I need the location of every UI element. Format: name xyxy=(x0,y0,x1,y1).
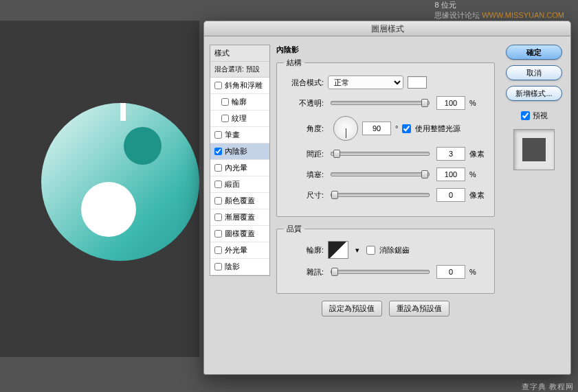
style-label-10: 外光暈 xyxy=(225,245,247,255)
forum-url[interactable]: WWW.MISSYUAN.COM xyxy=(482,11,564,19)
style-checkbox-4[interactable] xyxy=(214,148,222,155)
reset-default-button[interactable]: 重設為預設值 xyxy=(389,301,449,316)
antialias-checkbox[interactable] xyxy=(366,246,375,255)
style-item-3[interactable]: 筆畫 xyxy=(210,127,269,143)
style-label-7: 顏色覆蓋 xyxy=(225,196,255,206)
global-light-checkbox[interactable] xyxy=(402,124,411,133)
noise-value[interactable]: 0 xyxy=(436,265,465,279)
blend-mode-select[interactable]: 正常 xyxy=(328,76,403,89)
style-item-9[interactable]: 圖樣覆蓋 xyxy=(210,226,269,242)
opacity-slider[interactable] xyxy=(331,101,430,105)
layer-style-dialog: 圖層樣式 樣式 混合選項: 預設 斜角和浮雕輪廓紋理筆畫內陰影內光暈緞面顏色覆蓋… xyxy=(203,21,571,375)
style-checkbox-10[interactable] xyxy=(214,246,222,254)
style-label-6: 緞面 xyxy=(225,179,240,189)
style-checkbox-5[interactable] xyxy=(214,164,222,172)
style-checkbox-0[interactable] xyxy=(214,82,222,89)
color-swatch[interactable] xyxy=(408,76,427,89)
opacity-value[interactable]: 100 xyxy=(436,96,465,110)
new-style-button[interactable]: 新增樣式... xyxy=(506,86,562,101)
make-default-button[interactable]: 設定為預設值 xyxy=(322,301,382,316)
style-label-5: 內光暈 xyxy=(225,163,247,173)
effect-settings-panel: 內陰影 結構 混合模式: 正常 不透明: 100 % 角度: 90 xyxy=(276,45,495,316)
structure-legend: 結構 xyxy=(284,58,304,68)
styles-header[interactable]: 樣式 xyxy=(210,45,269,62)
style-checkbox-8[interactable] xyxy=(214,214,222,221)
size-value[interactable]: 0 xyxy=(436,188,465,202)
distance-unit: 像素 xyxy=(469,149,487,159)
style-checkbox-1[interactable] xyxy=(221,98,229,106)
style-checkbox-3[interactable] xyxy=(214,131,222,139)
style-checkbox-2[interactable] xyxy=(221,115,229,122)
style-item-4[interactable]: 內陰影 xyxy=(210,143,269,160)
effect-title: 內陰影 xyxy=(276,45,495,55)
style-label-9: 圖樣覆蓋 xyxy=(225,229,255,239)
distance-label: 間距: xyxy=(284,149,324,159)
watermark-main: 查字典 教程网 xyxy=(522,382,574,392)
style-label-11: 陰影 xyxy=(225,262,240,272)
size-label: 尺寸: xyxy=(284,190,324,200)
style-checkbox-11[interactable] xyxy=(214,263,222,270)
forum-name: 思缘设计论坛 xyxy=(434,11,480,19)
preview-swatch xyxy=(522,138,546,161)
global-light-label: 使用整體光源 xyxy=(415,124,460,134)
quality-legend: 品質 xyxy=(284,224,304,234)
style-label-2: 紋理 xyxy=(232,113,247,124)
noise-slider[interactable] xyxy=(331,270,430,274)
structure-group: 結構 混合模式: 正常 不透明: 100 % 角度: 90 ° xyxy=(276,58,495,217)
size-slider[interactable] xyxy=(331,193,430,197)
style-item-1[interactable]: 輪廓 xyxy=(210,94,269,111)
style-checkbox-9[interactable] xyxy=(214,230,222,238)
angle-unit: ° xyxy=(395,124,398,132)
style-label-3: 筆畫 xyxy=(225,130,240,140)
distance-value[interactable]: 3 xyxy=(436,147,465,161)
preview-label: 預視 xyxy=(533,111,548,121)
contour-label: 輪廓: xyxy=(284,245,324,255)
style-item-11[interactable]: 陰影 xyxy=(210,259,269,275)
cancel-button[interactable]: 取消 xyxy=(506,65,562,80)
style-label-0: 斜角和浮雕 xyxy=(225,80,263,91)
opacity-label: 不透明: xyxy=(284,98,324,108)
artwork-preview xyxy=(41,103,199,261)
style-item-5[interactable]: 內光暈 xyxy=(210,160,269,176)
style-item-2[interactable]: 紋理 xyxy=(210,111,269,127)
blend-mode-label: 混合模式: xyxy=(284,78,324,88)
style-item-10[interactable]: 外光暈 xyxy=(210,242,269,259)
artwork-notch xyxy=(120,103,126,121)
style-item-6[interactable]: 緞面 xyxy=(210,176,269,193)
choke-label: 填塞: xyxy=(284,170,324,180)
preview-thumbnail xyxy=(513,129,555,170)
style-label-1: 輪廓 xyxy=(232,97,247,107)
size-unit: 像素 xyxy=(469,190,487,200)
ok-button[interactable]: 確定 xyxy=(506,45,562,60)
style-label-4: 內陰影 xyxy=(225,146,247,157)
choke-value[interactable]: 100 xyxy=(436,168,465,181)
contour-dropdown-icon[interactable]: ▾ xyxy=(353,246,362,255)
style-item-0[interactable]: 斜角和浮雕 xyxy=(210,78,269,94)
canvas-background xyxy=(0,21,199,357)
distance-slider[interactable] xyxy=(331,152,430,156)
bit-depth-label: 8 位元 xyxy=(434,0,564,10)
contour-picker[interactable] xyxy=(328,241,348,259)
angle-label: 角度: xyxy=(284,124,324,134)
styles-list-panel: 樣式 混合選項: 預設 斜角和浮雕輪廓紋理筆畫內陰影內光暈緞面顏色覆蓋漸層覆蓋圖… xyxy=(210,45,270,276)
angle-value[interactable]: 90 xyxy=(362,122,391,135)
preview-checkbox[interactable] xyxy=(521,111,530,120)
blend-options-item[interactable]: 混合選項: 預設 xyxy=(210,62,269,78)
style-item-8[interactable]: 漸層覆蓋 xyxy=(210,209,269,226)
style-item-7[interactable]: 顏色覆蓋 xyxy=(210,193,269,209)
noise-label: 雜訊: xyxy=(284,267,324,277)
noise-unit: % xyxy=(469,268,487,276)
quality-group: 品質 輪廓: ▾ 消除鋸齒 雜訊: 0 % xyxy=(276,224,495,294)
choke-slider[interactable] xyxy=(331,172,430,176)
dialog-title: 圖層樣式 xyxy=(204,21,570,36)
choke-unit: % xyxy=(469,170,487,178)
angle-picker[interactable] xyxy=(333,116,358,141)
style-label-8: 漸層覆蓋 xyxy=(225,212,255,222)
antialias-label: 消除鋸齒 xyxy=(379,245,410,255)
opacity-unit: % xyxy=(469,99,487,107)
style-checkbox-7[interactable] xyxy=(214,197,222,205)
style-checkbox-6[interactable] xyxy=(214,181,222,188)
